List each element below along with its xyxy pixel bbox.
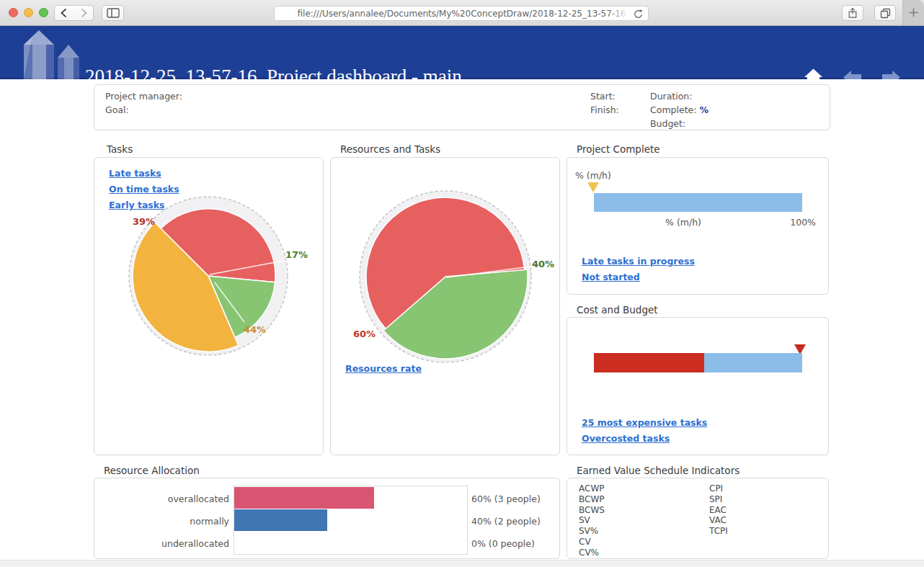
progress-axis-max-label: 100% bbox=[765, 217, 816, 228]
finish-label: Finish: bbox=[590, 104, 619, 115]
bar-overallocated bbox=[234, 487, 374, 509]
earned-value-panel: ACWP BCWP BCWS SV SV% CV CV% CPI SPI EAC… bbox=[567, 478, 829, 559]
close-window-button[interactable] bbox=[9, 8, 18, 17]
minimize-window-button[interactable] bbox=[24, 8, 33, 17]
bar-normally bbox=[234, 509, 327, 531]
resource-allocation-plot bbox=[234, 486, 468, 555]
indicator-svpct: SV% bbox=[579, 526, 605, 537]
plus-icon bbox=[909, 8, 918, 17]
resources-tasks-pie-chart bbox=[331, 158, 561, 456]
tasks-panel-title: Tasks bbox=[107, 143, 133, 155]
forward-chevron-icon bbox=[79, 8, 88, 18]
value-label-overallocated: 60% (3 people) bbox=[471, 494, 541, 504]
category-label-overallocated: overallocated bbox=[94, 494, 229, 504]
show-all-tabs-button[interactable] bbox=[874, 5, 896, 21]
sidebar-icon bbox=[107, 8, 120, 18]
indicator-tcpi: TCPI bbox=[709, 526, 728, 537]
budget-label: Budget: bbox=[650, 118, 685, 129]
browser-window: file:///Users/annalee/Documents/My%20Con… bbox=[0, 0, 924, 567]
project-manager-label: Project manager: bbox=[105, 91, 182, 102]
goal-label: Goal: bbox=[105, 104, 129, 115]
back-chevron-icon bbox=[60, 8, 68, 18]
project-complete-panel-title: Project Complete bbox=[577, 143, 660, 155]
browser-toolbar: file:///Users/annalee/Documents/My%20Con… bbox=[0, 0, 924, 26]
indicator-bcwp: BCWP bbox=[579, 494, 605, 505]
sidebar-toggle-button[interactable] bbox=[102, 5, 124, 21]
resources-pie-label-40: 40% bbox=[532, 259, 554, 269]
duration-label: Duration: bbox=[650, 91, 693, 102]
resources-rate-link[interactable]: Resources rate bbox=[345, 363, 422, 374]
cost-budget-panel-title: Cost and Budget bbox=[577, 304, 658, 316]
most-expensive-tasks-link[interactable]: 25 most expensive tasks bbox=[582, 417, 707, 428]
resources-pie-label-60: 60% bbox=[353, 329, 376, 339]
indicator-bcws: BCWS bbox=[579, 505, 605, 516]
tasks-pie-label-44: 44% bbox=[244, 324, 266, 335]
indicator-sv: SV bbox=[579, 515, 605, 526]
dashboard-content: Project manager: Goal: Start: Finish: Du… bbox=[0, 79, 924, 567]
reload-icon[interactable] bbox=[634, 9, 643, 19]
page-header: 2018-12-25_13-57-16_Project dashboard - … bbox=[0, 26, 924, 79]
value-label-underallocated: 0% (0 people) bbox=[471, 538, 535, 549]
share-icon bbox=[848, 7, 858, 19]
page-bottom-strip bbox=[0, 560, 924, 567]
tabs-icon bbox=[880, 8, 891, 19]
resources-tasks-panel-title: Resources and Tasks bbox=[340, 143, 440, 155]
tasks-pie-label-17: 17% bbox=[285, 249, 308, 260]
resource-allocation-panel-title: Resource Allocation bbox=[104, 465, 200, 476]
indicator-cpi: CPI bbox=[709, 483, 728, 494]
project-info-panel: Project manager: Goal: Start: Finish: Du… bbox=[94, 84, 830, 130]
late-tasks-in-progress-link[interactable]: Late tasks in progress bbox=[582, 256, 695, 267]
category-label-underallocated: underallocated bbox=[94, 538, 229, 549]
url-text: file:///Users/annalee/Documents/My%20Con… bbox=[298, 9, 626, 19]
progress-axis-bottom-label: % (m/h) bbox=[640, 217, 727, 228]
project-complete-bar-track bbox=[594, 193, 802, 212]
cost-bar-segment bbox=[594, 353, 704, 372]
complete-value: % bbox=[699, 104, 708, 115]
overcosted-tasks-link[interactable]: Overcosted tasks bbox=[582, 433, 670, 444]
indicator-vac: VAC bbox=[709, 515, 728, 526]
new-tab-button[interactable] bbox=[902, 0, 924, 25]
not-started-link[interactable]: Not started bbox=[582, 272, 640, 282]
value-label-normally: 40% (2 people) bbox=[471, 516, 541, 527]
resource-allocation-panel: overallocated normally underallocated 60… bbox=[94, 478, 560, 559]
indicator-cv: CV bbox=[579, 537, 605, 548]
tasks-pie-chart bbox=[94, 158, 324, 456]
indicator-eac: EAC bbox=[709, 505, 728, 516]
start-label: Start: bbox=[590, 91, 616, 102]
indicator-acwp: ACWP bbox=[579, 483, 605, 494]
earned-value-left-column: ACWP BCWP BCWS SV SV% CV CV% bbox=[579, 483, 605, 558]
tasks-pie-label-39: 39% bbox=[133, 216, 155, 227]
conceptdraw-pencils-logo bbox=[20, 29, 85, 79]
address-bar[interactable]: file:///Users/annalee/Documents/My%20Con… bbox=[274, 6, 649, 21]
browser-forward-button[interactable] bbox=[74, 5, 94, 21]
category-label-normally: normally bbox=[94, 516, 229, 527]
earned-value-right-column: CPI SPI EAC VAC TCPI bbox=[709, 483, 728, 537]
share-button[interactable] bbox=[842, 5, 863, 21]
browser-back-button[interactable] bbox=[54, 5, 74, 21]
indicator-cvpct: CV% bbox=[579, 548, 605, 558]
project-complete-panel: % (m/h) % (m/h) 100% Late tasks in progr… bbox=[567, 157, 829, 295]
indicator-spi: SPI bbox=[709, 494, 728, 505]
cost-budget-panel: 25 most expensive tasks Overcosted tasks bbox=[567, 317, 829, 455]
complete-label: Complete: % bbox=[650, 104, 708, 115]
project-complete-bar bbox=[594, 193, 802, 212]
earned-value-panel-title: Earned Value Schedule Indicators bbox=[577, 465, 739, 476]
zoom-window-button[interactable] bbox=[39, 8, 48, 17]
resources-tasks-panel: 60% 40% Resources rate bbox=[330, 157, 560, 455]
cost-budget-bar bbox=[594, 353, 802, 372]
tasks-panel: Late tasks On time tasks Early tasks 39%… bbox=[94, 157, 324, 455]
